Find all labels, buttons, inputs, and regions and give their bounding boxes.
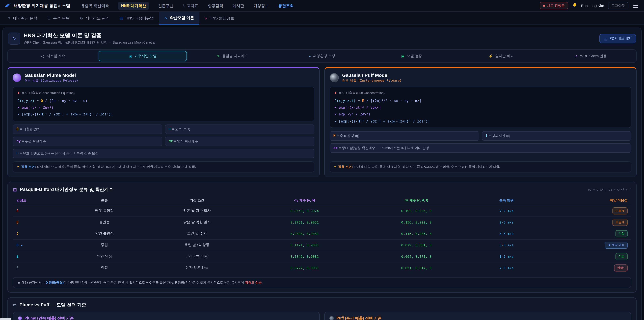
nav-item-weather[interactable]: 기상정보 xyxy=(253,2,270,10)
col-sigma-y: σy 계수 (a, b) xyxy=(250,195,359,205)
top-nav: 해양환경 위기대응 통합시스템 유출유 확산예측 HNS·대기확산 긴급구난 보… xyxy=(0,0,644,12)
pdf-export-button[interactable]: ▤ PDF 내보내기 xyxy=(600,34,636,43)
formula-denominator: / (2π · σy · σz · u) xyxy=(43,99,88,103)
gaussian-plume-card: Gaussian Plume Model 연속 방출 (Continuous R… xyxy=(8,67,320,177)
stability-footnote: ★ 해양 환경에서는 D 등급(중립)이 가장 빈번하게 나타난다. 해풍·육풍… xyxy=(13,277,631,288)
puff-dot-icon xyxy=(330,316,334,320)
subtab-scenario-management[interactable]: ⚙ 시나리오 관리 xyxy=(75,12,114,25)
col-sigma-z: σz 계수 (c, d, f) xyxy=(359,195,474,205)
nav-item-hns-dispersion[interactable]: HNS·대기확산 xyxy=(118,2,149,10)
gaussian-icon: ◉ xyxy=(129,54,132,58)
plume-formula-label-row: ◆ 농도 산출식 (Concentration Equation) xyxy=(18,90,310,96)
stability-panel-header: ▥ Pasquill-Gifford 대기안정도 분류 및 확산계수 σy = … xyxy=(13,186,631,192)
brand-title: 해양환경 위기대응 통합시스템 xyxy=(14,3,70,9)
tab-label: WRF-Chem 연동 xyxy=(580,54,607,58)
table-row: A 매우 불안정 맑은 날 강한 일사 0.3658, 0.9024 0.192… xyxy=(13,205,631,216)
tab-model-validation[interactable]: ▣ 모델 검증 xyxy=(368,51,456,61)
logout-button[interactable]: 로그아웃 xyxy=(608,2,628,10)
plume-formula-line-1: C(x,y,z) = Q / (2π · σy · σz · u) xyxy=(18,97,310,104)
overview-icon: ◎ xyxy=(41,54,44,58)
col-wind: 풍속 범위 xyxy=(474,195,539,205)
puff-criteria-heading: Puff (순간 배출) 선택 기준 xyxy=(330,316,626,320)
plume-title: Gaussian Plume Model xyxy=(24,73,78,78)
plume-criteria-heading: Plume (연속 배출) 선택 기준 xyxy=(18,316,314,320)
chart-line-icon: ∿ xyxy=(164,16,167,20)
subtab-hns-manual[interactable]: ▤ HNS 대응매뉴얼 xyxy=(114,12,159,25)
incident-status-badge[interactable]: 사고 진행중 xyxy=(540,2,568,10)
tab-gaussian-model[interactable]: ◉ 가우시안 모델 xyxy=(98,51,187,61)
puff-note-wrap: ✦적용 조건: 순간적 대량 방출, 폭발·탱크 파열. 해양 사고 중 LPG… xyxy=(330,158,631,172)
puff-card-header: Gaussian Puff Model 순간 방출 (Instantaneous… xyxy=(330,73,631,83)
plume-note-wrap: ✦적용 조건: 정상 상태 연속 배출, 균일 풍속, 평탄 지형. 해양 HN… xyxy=(13,158,314,172)
tab-label: 해양환경 보정 xyxy=(313,54,335,58)
list-icon: ☰ xyxy=(48,16,51,20)
pencil-icon: ✎ xyxy=(8,16,11,20)
puff-formula-line-2: × exp(-(x-ut)² / 2σx²) xyxy=(334,104,626,111)
col-applicability: 해양 적용성 xyxy=(539,195,631,205)
nav-item-integrated-search[interactable]: 통합조회 xyxy=(278,2,294,10)
bar-chart-icon: ▥ xyxy=(13,187,17,192)
puff-title: Gaussian Puff Model xyxy=(342,73,402,78)
plume-formula-block: ◆ 농도 산출식 (Concentration Equation) C(x,y,… xyxy=(13,87,314,121)
pdf-icon: ▤ xyxy=(604,37,607,41)
plume-criteria-box: Plume (연속 배출) 선택 기준 ✓유출 지속시간 > 10분 ✓탱크 균… xyxy=(13,312,320,320)
nav-item-oil-dispersion[interactable]: 유출유 확산예측 xyxy=(80,2,110,10)
risk-highlight: 위험도 상승 xyxy=(245,280,262,284)
tab-realtime-comparison[interactable]: ⚡ 실시간 비교 xyxy=(457,51,545,61)
plume-formula-line-2: × exp(-y² / 2σy²) xyxy=(18,104,310,111)
app-root: 해양환경 위기대응 통합시스템 유출유 확산예측 HNS·대기확산 긴급구난 보… xyxy=(0,0,644,320)
nav-item-board[interactable]: 게시판 xyxy=(232,2,245,10)
plume-parameters: Q= 배출률 (g/s) u= 풍속 (m/s) σy= 수평 확산계수 σz=… xyxy=(13,125,314,158)
horizontal-scrollbar-thumb[interactable] xyxy=(0,318,12,320)
stability-table-panel: ▥ Pasquill-Gifford 대기안정도 분류 및 확산계수 σy = … xyxy=(8,182,636,293)
tab-marine-correction[interactable]: ≈ 해양환경 보정 xyxy=(278,51,366,61)
puff-criteria-box: Puff (순간 배출) 선택 기준 ✓유출 지속시간 < 10분 ✓탱크 폭발… xyxy=(324,312,631,320)
puff-formula-label-row: ◆ 농도 산출식 (Puff Concentration) xyxy=(334,90,626,96)
param-sigma-y: σy= 수평 확산계수 xyxy=(13,137,162,146)
puff-application-note: ✦적용 조건: 순간적 대량 방출, 폭발·탱크 파열. 해양 사고 중 LPG… xyxy=(330,161,631,172)
model-selection-panel: ⇄ Plume vs Puff — 모델 선택 기준 Plume (연속 배출)… xyxy=(8,297,636,320)
formula-equals: = xyxy=(34,99,41,103)
brand[interactable]: 해양환경 위기대응 통합시스템 xyxy=(5,3,70,9)
applicability-badge: 드물게 xyxy=(612,219,628,226)
subtab-model-theory[interactable]: ∿ 확산모델 이론 xyxy=(159,12,200,25)
nav-item-aerial-search[interactable]: 항공탐색 xyxy=(207,2,224,10)
puff-criteria-title: Puff (순간 배출) 선택 기준 xyxy=(336,316,382,320)
lightning-icon: ⚡ xyxy=(488,54,493,58)
incident-status-label: 사고 진행중 xyxy=(547,3,565,8)
nav-item-reports[interactable]: 보고자료 xyxy=(182,2,199,10)
brand-logo-icon xyxy=(5,3,11,9)
applicability-badge: ★ 해양 대표 xyxy=(605,241,628,248)
puff-formula-label: 농도 산출식 (Puff Concentration) xyxy=(338,90,384,96)
tab-label: 물질별 시나리오 xyxy=(222,54,248,58)
puff-parameters: M= 총 배출량 (g) t= 경과시간 (s) σx= 종(바람)방향 확산계… xyxy=(330,131,631,153)
bulb-icon: ✦ xyxy=(334,165,336,168)
d-grade-highlight: D 등급(중립) xyxy=(46,280,64,284)
puff-formula-block: ◆ 농도 산출식 (Puff Concentration) C(x,y,z,t)… xyxy=(330,87,631,128)
page-subtitle: WRF-Chem·Gaussian Plume/Puff·ROMS·해양환경 보… xyxy=(24,40,156,45)
model-cards: Gaussian Plume Model 연속 방출 (Continuous R… xyxy=(8,67,636,177)
subtab-label: 시나리오 관리 xyxy=(85,16,110,21)
subtab-hns-substance-info[interactable]: ▽ HNS 물질정보 xyxy=(200,12,239,25)
applicability-badge: 적합 xyxy=(616,230,628,237)
applicability-badge: 드물게 xyxy=(612,207,628,214)
param-sigma-x: σx= 종(바람)방향 확산계수 — Plume에서는 u에 의해 이미 반영 xyxy=(330,143,631,153)
tab-substance-scenarios[interactable]: ✎ 물질별 시나리오 xyxy=(188,51,276,61)
notification-bell-icon[interactable] xyxy=(572,3,577,9)
validation-icon: ▣ xyxy=(401,54,404,58)
incident-status-dot xyxy=(543,5,545,7)
formula-lhs: C(x,y,z) xyxy=(18,99,34,103)
table-row: D ★ 중립 흐린 날 / 해상풍 0.1471, 0.9031 0.079, … xyxy=(13,239,631,251)
menu-hamburger-icon[interactable] xyxy=(632,3,639,9)
nav-item-emergency-rescue[interactable]: 긴급구난 xyxy=(158,2,174,10)
bulb-icon: ✦ xyxy=(17,165,20,168)
tab-wrf-chem-link[interactable]: ↗ WRF-Chem 연동 xyxy=(547,51,635,61)
nav-right-cluster: 사고 진행중 Eunjeong Kim 로그아웃 xyxy=(540,2,639,10)
applicability-badge: 적합 xyxy=(616,253,628,260)
page-header: ∿ HNS 대기확산 모델 이론 및 검증 WRF-Chem·Gaussian … xyxy=(3,28,641,48)
subtab-analysis-list[interactable]: ☰ 분석 목록 xyxy=(42,12,75,25)
tab-system-overview[interactable]: ◎ 시스템 개요 xyxy=(9,51,97,61)
subtab-dispersion-analysis[interactable]: ✎ 대기확산 분석 xyxy=(3,12,42,25)
table-row: C 약간 불안정 흐린 날 주간 0.2090, 0.9031 0.116, 0… xyxy=(13,228,631,239)
user-name: Eunjeong Kim xyxy=(581,4,604,8)
